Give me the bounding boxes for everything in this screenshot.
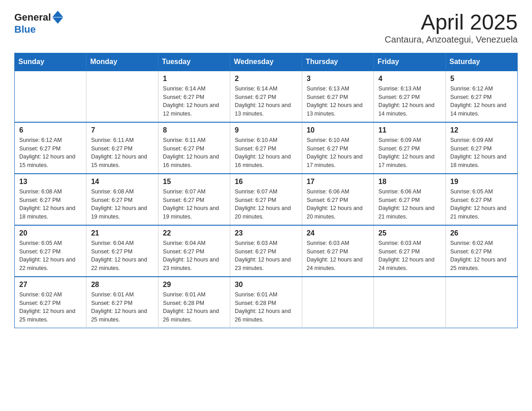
day-number: 23 — [235, 229, 297, 237]
day-number: 9 — [235, 126, 297, 134]
day-info: Sunrise: 6:03 AMSunset: 6:27 PMDaylight:… — [235, 239, 297, 273]
day-number: 14 — [91, 178, 153, 186]
day-cell — [302, 277, 373, 328]
day-cell: 2Sunrise: 6:14 AMSunset: 6:27 PMDaylight… — [230, 71, 302, 122]
day-info: Sunrise: 6:03 AMSunset: 6:27 PMDaylight:… — [378, 239, 441, 273]
day-number: 27 — [19, 281, 82, 289]
day-number: 8 — [163, 126, 225, 134]
week-row-5: 27Sunrise: 6:02 AMSunset: 6:27 PMDayligh… — [15, 277, 518, 328]
col-saturday: Saturday — [446, 53, 517, 71]
day-info: Sunrise: 6:14 AMSunset: 6:27 PMDaylight:… — [235, 85, 297, 118]
day-cell: 14Sunrise: 6:08 AMSunset: 6:27 PMDayligh… — [86, 174, 158, 225]
day-number: 16 — [235, 178, 297, 186]
day-info: Sunrise: 6:04 AMSunset: 6:27 PMDaylight:… — [91, 239, 153, 273]
day-cell: 24Sunrise: 6:03 AMSunset: 6:27 PMDayligh… — [302, 225, 373, 277]
day-info: Sunrise: 6:08 AMSunset: 6:27 PMDaylight:… — [91, 188, 153, 221]
logo-triangle-bottom — [52, 17, 63, 24]
day-info: Sunrise: 6:07 AMSunset: 6:27 PMDaylight:… — [163, 188, 225, 221]
day-cell: 20Sunrise: 6:05 AMSunset: 6:27 PMDayligh… — [15, 225, 86, 277]
day-number: 28 — [91, 281, 153, 289]
day-info: Sunrise: 6:11 AMSunset: 6:27 PMDaylight:… — [163, 136, 225, 170]
calendar-header: Sunday Monday Tuesday Wednesday Thursday… — [15, 53, 518, 71]
day-cell: 26Sunrise: 6:02 AMSunset: 6:27 PMDayligh… — [446, 225, 517, 277]
day-number: 5 — [450, 75, 513, 83]
day-cell — [86, 71, 158, 122]
page-header: General Blue April 2025 Cantaura, Anzoat… — [14, 11, 518, 45]
day-info: Sunrise: 6:04 AMSunset: 6:27 PMDaylight:… — [163, 239, 225, 273]
day-cell: 29Sunrise: 6:01 AMSunset: 6:28 PMDayligh… — [158, 277, 230, 328]
day-cell: 11Sunrise: 6:09 AMSunset: 6:27 PMDayligh… — [374, 122, 446, 174]
day-info: Sunrise: 6:11 AMSunset: 6:27 PMDaylight:… — [91, 136, 153, 170]
day-number: 20 — [19, 229, 82, 237]
day-info: Sunrise: 6:10 AMSunset: 6:27 PMDaylight:… — [307, 136, 369, 170]
day-info: Sunrise: 6:03 AMSunset: 6:27 PMDaylight:… — [307, 239, 369, 273]
col-sunday: Sunday — [15, 53, 86, 71]
week-row-4: 20Sunrise: 6:05 AMSunset: 6:27 PMDayligh… — [15, 225, 518, 277]
day-info: Sunrise: 6:06 AMSunset: 6:27 PMDaylight:… — [307, 188, 369, 221]
calendar-table: Sunday Monday Tuesday Wednesday Thursday… — [14, 53, 518, 328]
logo-triangle-top — [52, 11, 63, 17]
day-cell: 15Sunrise: 6:07 AMSunset: 6:27 PMDayligh… — [158, 174, 230, 225]
day-number: 4 — [378, 75, 441, 83]
day-number: 10 — [307, 126, 369, 134]
day-info: Sunrise: 6:02 AMSunset: 6:27 PMDaylight:… — [19, 291, 82, 324]
day-number: 3 — [307, 75, 369, 83]
day-info: Sunrise: 6:13 AMSunset: 6:27 PMDaylight:… — [378, 85, 441, 118]
col-wednesday: Wednesday — [230, 53, 302, 71]
day-number: 15 — [163, 178, 225, 186]
day-number: 18 — [378, 178, 441, 186]
logo-text-blue: Blue — [14, 24, 36, 35]
day-number: 25 — [378, 229, 441, 237]
day-info: Sunrise: 6:08 AMSunset: 6:27 PMDaylight:… — [19, 188, 82, 221]
day-cell: 27Sunrise: 6:02 AMSunset: 6:27 PMDayligh… — [15, 277, 86, 328]
day-number: 1 — [163, 75, 225, 83]
day-cell: 3Sunrise: 6:13 AMSunset: 6:27 PMDaylight… — [302, 71, 373, 122]
day-cell: 4Sunrise: 6:13 AMSunset: 6:27 PMDaylight… — [374, 71, 446, 122]
logo-text-general: General — [14, 12, 51, 23]
day-cell — [446, 277, 517, 328]
day-cell — [374, 277, 446, 328]
day-info: Sunrise: 6:14 AMSunset: 6:27 PMDaylight:… — [163, 85, 225, 118]
day-cell: 23Sunrise: 6:03 AMSunset: 6:27 PMDayligh… — [230, 225, 302, 277]
day-cell: 1Sunrise: 6:14 AMSunset: 6:27 PMDaylight… — [158, 71, 230, 122]
day-number: 13 — [19, 178, 82, 186]
page-title: April 2025 — [385, 11, 518, 34]
day-number: 6 — [19, 126, 82, 134]
day-number: 29 — [163, 281, 225, 289]
day-info: Sunrise: 6:01 AMSunset: 6:28 PMDaylight:… — [235, 291, 297, 324]
day-number: 17 — [307, 178, 369, 186]
day-cell: 6Sunrise: 6:12 AMSunset: 6:27 PMDaylight… — [15, 122, 86, 174]
day-cell: 22Sunrise: 6:04 AMSunset: 6:27 PMDayligh… — [158, 225, 230, 277]
col-tuesday: Tuesday — [158, 53, 230, 71]
day-number: 30 — [235, 281, 297, 289]
day-info: Sunrise: 6:05 AMSunset: 6:27 PMDaylight:… — [19, 239, 82, 273]
day-info: Sunrise: 6:02 AMSunset: 6:27 PMDaylight:… — [450, 239, 513, 273]
day-cell: 10Sunrise: 6:10 AMSunset: 6:27 PMDayligh… — [302, 122, 373, 174]
logo: General Blue — [14, 11, 63, 35]
day-number: 7 — [91, 126, 153, 134]
day-info: Sunrise: 6:06 AMSunset: 6:27 PMDaylight:… — [378, 188, 441, 221]
header-row: Sunday Monday Tuesday Wednesday Thursday… — [15, 53, 518, 71]
day-info: Sunrise: 6:07 AMSunset: 6:27 PMDaylight:… — [235, 188, 297, 221]
day-number: 22 — [163, 229, 225, 237]
day-cell: 28Sunrise: 6:01 AMSunset: 6:27 PMDayligh… — [86, 277, 158, 328]
week-row-3: 13Sunrise: 6:08 AMSunset: 6:27 PMDayligh… — [15, 174, 518, 225]
day-number: 12 — [450, 126, 513, 134]
day-cell: 17Sunrise: 6:06 AMSunset: 6:27 PMDayligh… — [302, 174, 373, 225]
col-monday: Monday — [86, 53, 158, 71]
day-info: Sunrise: 6:12 AMSunset: 6:27 PMDaylight:… — [19, 136, 82, 170]
day-info: Sunrise: 6:12 AMSunset: 6:27 PMDaylight:… — [450, 85, 513, 118]
day-number: 11 — [378, 126, 441, 134]
day-number: 26 — [450, 229, 513, 237]
week-row-1: 1Sunrise: 6:14 AMSunset: 6:27 PMDaylight… — [15, 71, 518, 122]
day-cell: 7Sunrise: 6:11 AMSunset: 6:27 PMDaylight… — [86, 122, 158, 174]
day-info: Sunrise: 6:01 AMSunset: 6:28 PMDaylight:… — [163, 291, 225, 324]
day-cell: 30Sunrise: 6:01 AMSunset: 6:28 PMDayligh… — [230, 277, 302, 328]
day-info: Sunrise: 6:09 AMSunset: 6:27 PMDaylight:… — [450, 136, 513, 170]
day-info: Sunrise: 6:01 AMSunset: 6:27 PMDaylight:… — [91, 291, 153, 324]
day-cell: 13Sunrise: 6:08 AMSunset: 6:27 PMDayligh… — [15, 174, 86, 225]
title-block: April 2025 Cantaura, Anzoategui, Venezue… — [385, 11, 518, 45]
day-info: Sunrise: 6:05 AMSunset: 6:27 PMDaylight:… — [450, 188, 513, 221]
day-number: 21 — [91, 229, 153, 237]
page-subtitle: Cantaura, Anzoategui, Venezuela — [385, 34, 518, 45]
